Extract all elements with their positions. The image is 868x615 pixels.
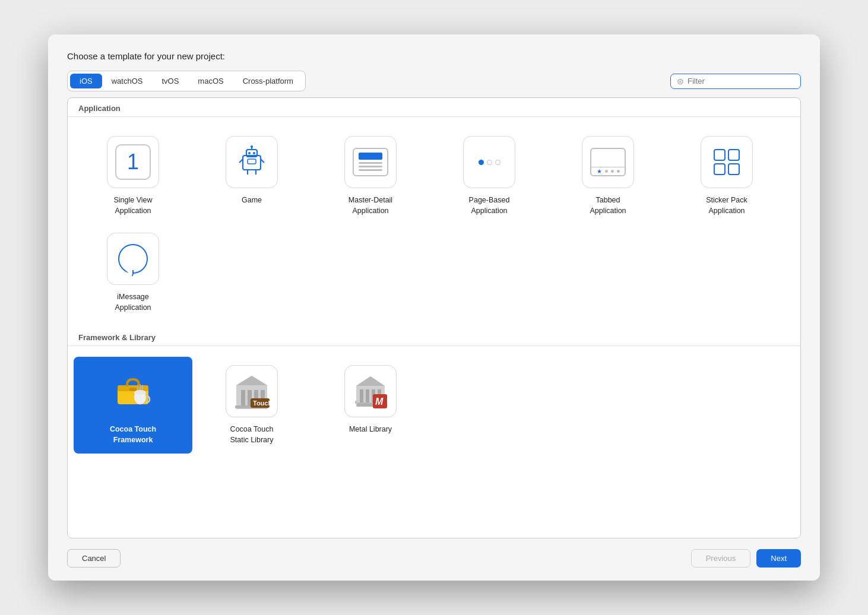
- template-page-based[interactable]: Page-BasedApplication: [430, 128, 549, 224]
- template-tabbed[interactable]: ★ TabbedApplication: [549, 128, 667, 224]
- template-single-view[interactable]: 1 Single ViewApplication: [74, 128, 192, 224]
- dialog-title: Choose a template for your new project:: [67, 51, 801, 61]
- svg-rect-0: [243, 156, 261, 170]
- cocoa-touch-static-icon-wrap: Touch: [226, 365, 278, 417]
- filter-input[interactable]: [688, 77, 794, 85]
- imessage-icon: [118, 244, 148, 274]
- svg-marker-18: [236, 376, 267, 385]
- svg-marker-30: [356, 376, 385, 386]
- tab-cross-platform[interactable]: Cross-platform: [233, 74, 303, 88]
- template-game[interactable]: Game: [192, 128, 311, 224]
- template-sticker-pack[interactable]: Sticker PackApplication: [667, 128, 786, 224]
- game-icon: [235, 145, 269, 179]
- svg-rect-24: [236, 408, 267, 409]
- tabbed-icon: ★: [590, 148, 626, 176]
- metal-library-label: Metal Library: [349, 424, 392, 435]
- dialog-header: Choose a template for your new project:: [48, 34, 820, 71]
- tab-watchos[interactable]: watchOS: [102, 74, 153, 88]
- tab-bar-row: iOS watchOS tvOS macOS Cross-platform ⊜: [67, 71, 801, 91]
- framework-template-grid: Cocoa TouchFramework: [68, 346, 800, 459]
- filter-icon: ⊜: [677, 77, 684, 86]
- page-based-label: Page-BasedApplication: [469, 195, 510, 216]
- master-detail-icon: [353, 148, 388, 176]
- sticker-pack-label: Sticker PackApplication: [706, 195, 747, 216]
- metal-library-icon-wrap: M: [344, 365, 397, 417]
- template-cocoa-touch-framework[interactable]: Cocoa TouchFramework: [74, 357, 192, 454]
- toolbox-icon: [114, 375, 152, 408]
- game-label: Game: [242, 195, 262, 206]
- previous-button[interactable]: Previous: [691, 549, 751, 568]
- svg-text:M: M: [375, 397, 384, 407]
- imessage-icon-wrap: [107, 233, 159, 285]
- metal-library-icon: M: [351, 373, 389, 410]
- svg-rect-11: [248, 159, 256, 164]
- platform-tab-bar: iOS watchOS tvOS macOS Cross-platform: [67, 71, 306, 91]
- svg-rect-31: [360, 389, 363, 402]
- tab-macos[interactable]: macOS: [188, 74, 233, 88]
- svg-point-5: [251, 145, 253, 148]
- template-cocoa-touch-static[interactable]: Touch Cocoa TouchStatic Library: [192, 357, 311, 454]
- page-based-icon-wrap: [463, 136, 515, 188]
- single-view-icon-wrap: 1: [107, 136, 159, 188]
- svg-text:Touch: Touch: [253, 400, 271, 407]
- svg-rect-14: [129, 388, 137, 391]
- sticker-pack-icon-wrap: [701, 136, 753, 188]
- tab-ios[interactable]: iOS: [70, 74, 102, 88]
- single-view-icon: 1: [115, 144, 151, 180]
- svg-point-2: [248, 152, 251, 154]
- template-master-detail[interactable]: Master-DetailApplication: [311, 128, 430, 224]
- template-chooser-dialog: Choose a template for your new project: …: [48, 34, 820, 581]
- master-detail-label: Master-DetailApplication: [349, 195, 392, 216]
- next-button[interactable]: Next: [756, 549, 801, 568]
- template-metal-library[interactable]: M Metal Library: [311, 357, 430, 454]
- cocoa-touch-framework-icon-wrap: [107, 365, 159, 417]
- dialog-content: iOS watchOS tvOS macOS Cross-platform ⊜ …: [48, 71, 820, 538]
- cocoa-touch-static-icon: Touch: [233, 373, 271, 409]
- svg-rect-19: [241, 390, 245, 405]
- template-panel: Application 1 Single ViewApplication: [67, 97, 801, 538]
- filter-box[interactable]: ⊜: [670, 74, 801, 89]
- application-section-header: Application: [68, 98, 800, 117]
- imessage-label: iMessageApplication: [115, 292, 151, 313]
- application-template-grid: 1 Single ViewApplication: [68, 117, 800, 327]
- page-based-icon: [479, 160, 500, 165]
- single-view-label: Single ViewApplication: [113, 195, 152, 216]
- cocoa-touch-static-label: Cocoa TouchStatic Library: [230, 424, 274, 445]
- dialog-footer: Cancel Previous Next: [48, 538, 820, 581]
- sticker-pack-icon: [714, 149, 740, 175]
- svg-point-3: [253, 152, 255, 154]
- tabbed-label: TabbedApplication: [590, 195, 626, 216]
- nav-buttons: Previous Next: [691, 549, 801, 568]
- tab-tvos[interactable]: tvOS: [152, 74, 188, 88]
- cocoa-touch-framework-label: Cocoa TouchFramework: [110, 424, 156, 445]
- game-icon-wrap: [226, 136, 278, 188]
- tabbed-icon-wrap: ★: [582, 136, 634, 188]
- svg-rect-32: [366, 389, 369, 402]
- template-imessage[interactable]: iMessageApplication: [74, 224, 192, 321]
- framework-section-header: Framework & Library: [68, 327, 800, 346]
- master-detail-icon-wrap: [344, 136, 397, 188]
- cancel-button[interactable]: Cancel: [67, 549, 121, 568]
- svg-point-16: [134, 390, 146, 395]
